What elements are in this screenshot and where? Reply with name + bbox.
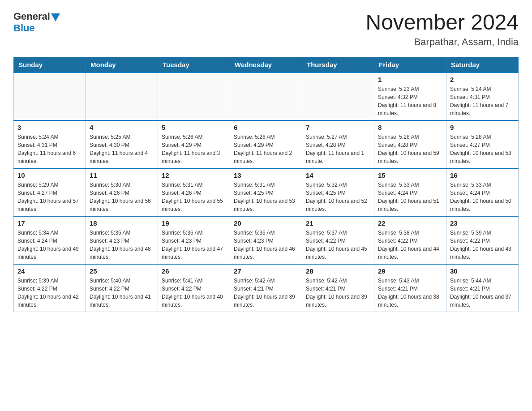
day-number: 2 (450, 76, 515, 83)
calendar-cell: 7Sunrise: 5:27 AMSunset: 4:28 PMDaylight… (302, 120, 374, 168)
logo: General Blue (13, 11, 60, 34)
day-info: Sunrise: 5:30 AMSunset: 4:26 PMDaylight:… (90, 181, 154, 213)
page-header: General Blue November 2024 Barpathar, As… (13, 11, 519, 48)
calendar-week-row: 3Sunrise: 5:24 AMSunset: 4:31 PMDaylight… (14, 120, 519, 168)
calendar-cell: 1Sunrise: 5:23 AMSunset: 4:32 PMDaylight… (374, 73, 446, 120)
day-number: 12 (162, 171, 226, 179)
day-info: Sunrise: 5:42 AMSunset: 4:21 PMDaylight:… (234, 277, 298, 309)
calendar-cell: 9Sunrise: 5:28 AMSunset: 4:27 PMDaylight… (446, 120, 519, 168)
day-header-tuesday: Tuesday (158, 57, 230, 73)
day-number: 24 (17, 267, 82, 275)
day-number: 26 (162, 267, 226, 275)
day-info: Sunrise: 5:28 AMSunset: 4:27 PMDaylight:… (450, 133, 515, 165)
day-number: 21 (306, 219, 370, 227)
calendar-cell: 29Sunrise: 5:43 AMSunset: 4:21 PMDayligh… (374, 264, 446, 312)
calendar-cell: 3Sunrise: 5:24 AMSunset: 4:31 PMDaylight… (14, 120, 86, 168)
day-info: Sunrise: 5:36 AMSunset: 4:23 PMDaylight:… (234, 229, 298, 261)
title-block: November 2024 Barpathar, Assam, India (365, 11, 519, 48)
day-header-sunday: Sunday (14, 57, 86, 73)
day-info: Sunrise: 5:26 AMSunset: 4:29 PMDaylight:… (234, 133, 298, 165)
day-number: 13 (234, 171, 298, 179)
calendar-header-row: SundayMondayTuesdayWednesdayThursdayFrid… (14, 57, 519, 73)
day-info: Sunrise: 5:26 AMSunset: 4:29 PMDaylight:… (162, 133, 226, 165)
day-number: 15 (378, 171, 442, 179)
calendar-table: SundayMondayTuesdayWednesdayThursdayFrid… (13, 57, 519, 312)
day-info: Sunrise: 5:31 AMSunset: 4:26 PMDaylight:… (162, 181, 226, 213)
day-number: 20 (234, 219, 298, 227)
day-number: 17 (17, 219, 82, 227)
day-number: 5 (162, 124, 226, 131)
day-info: Sunrise: 5:44 AMSunset: 4:21 PMDaylight:… (450, 277, 515, 309)
day-number: 4 (90, 124, 154, 131)
day-info: Sunrise: 5:31 AMSunset: 4:25 PMDaylight:… (234, 181, 298, 213)
day-number: 3 (17, 124, 82, 131)
calendar-cell: 27Sunrise: 5:42 AMSunset: 4:21 PMDayligh… (230, 264, 302, 312)
calendar-cell: 30Sunrise: 5:44 AMSunset: 4:21 PMDayligh… (446, 264, 519, 312)
day-number: 6 (234, 124, 298, 131)
day-number: 29 (378, 267, 442, 275)
day-info: Sunrise: 5:34 AMSunset: 4:24 PMDaylight:… (17, 229, 82, 261)
calendar-cell: 23Sunrise: 5:39 AMSunset: 4:22 PMDayligh… (446, 216, 519, 264)
day-info: Sunrise: 5:35 AMSunset: 4:23 PMDaylight:… (90, 229, 154, 261)
day-number: 22 (378, 219, 442, 227)
day-number: 1 (378, 76, 442, 83)
calendar-cell: 22Sunrise: 5:38 AMSunset: 4:22 PMDayligh… (374, 216, 446, 264)
calendar-cell: 25Sunrise: 5:40 AMSunset: 4:22 PMDayligh… (86, 264, 158, 312)
day-info: Sunrise: 5:24 AMSunset: 4:31 PMDaylight:… (450, 85, 515, 117)
calendar-cell: 4Sunrise: 5:25 AMSunset: 4:30 PMDaylight… (86, 120, 158, 168)
calendar-week-row: 10Sunrise: 5:29 AMSunset: 4:27 PMDayligh… (14, 168, 519, 216)
day-number: 23 (450, 219, 515, 227)
calendar-subtitle: Barpathar, Assam, India (365, 36, 519, 48)
calendar-cell: 8Sunrise: 5:28 AMSunset: 4:28 PMDaylight… (374, 120, 446, 168)
calendar-title: November 2024 (365, 11, 519, 34)
day-info: Sunrise: 5:24 AMSunset: 4:31 PMDaylight:… (17, 133, 82, 165)
calendar-week-row: 24Sunrise: 5:39 AMSunset: 4:22 PMDayligh… (14, 264, 519, 312)
calendar-cell: 6Sunrise: 5:26 AMSunset: 4:29 PMDaylight… (230, 120, 302, 168)
day-info: Sunrise: 5:36 AMSunset: 4:23 PMDaylight:… (162, 229, 226, 261)
calendar-cell: 14Sunrise: 5:32 AMSunset: 4:25 PMDayligh… (302, 168, 374, 216)
logo-blue-text: Blue (13, 22, 35, 34)
calendar-cell: 10Sunrise: 5:29 AMSunset: 4:27 PMDayligh… (14, 168, 86, 216)
calendar-cell: 26Sunrise: 5:41 AMSunset: 4:22 PMDayligh… (158, 264, 230, 312)
calendar-cell: 15Sunrise: 5:33 AMSunset: 4:24 PMDayligh… (374, 168, 446, 216)
day-info: Sunrise: 5:25 AMSunset: 4:30 PMDaylight:… (90, 133, 154, 165)
day-info: Sunrise: 5:38 AMSunset: 4:22 PMDaylight:… (378, 229, 442, 261)
calendar-week-row: 17Sunrise: 5:34 AMSunset: 4:24 PMDayligh… (14, 216, 519, 264)
day-info: Sunrise: 5:43 AMSunset: 4:21 PMDaylight:… (378, 277, 442, 309)
day-number: 18 (90, 219, 154, 227)
calendar-cell (86, 73, 158, 120)
day-info: Sunrise: 5:37 AMSunset: 4:22 PMDaylight:… (306, 229, 370, 261)
day-header-friday: Friday (374, 57, 446, 73)
calendar-cell: 21Sunrise: 5:37 AMSunset: 4:22 PMDayligh… (302, 216, 374, 264)
day-number: 14 (306, 171, 370, 179)
calendar-cell: 18Sunrise: 5:35 AMSunset: 4:23 PMDayligh… (86, 216, 158, 264)
day-header-thursday: Thursday (302, 57, 374, 73)
day-number: 28 (306, 267, 370, 275)
day-info: Sunrise: 5:28 AMSunset: 4:28 PMDaylight:… (378, 133, 442, 165)
day-info: Sunrise: 5:32 AMSunset: 4:25 PMDaylight:… (306, 181, 370, 213)
day-info: Sunrise: 5:40 AMSunset: 4:22 PMDaylight:… (90, 277, 154, 309)
calendar-cell (302, 73, 374, 120)
day-info: Sunrise: 5:33 AMSunset: 4:24 PMDaylight:… (450, 181, 515, 213)
calendar-cell: 2Sunrise: 5:24 AMSunset: 4:31 PMDaylight… (446, 73, 519, 120)
day-info: Sunrise: 5:39 AMSunset: 4:22 PMDaylight:… (17, 277, 82, 309)
day-number: 10 (17, 171, 82, 179)
calendar-cell (230, 73, 302, 120)
day-number: 11 (90, 171, 154, 179)
calendar-cell: 20Sunrise: 5:36 AMSunset: 4:23 PMDayligh… (230, 216, 302, 264)
day-info: Sunrise: 5:39 AMSunset: 4:22 PMDaylight:… (450, 229, 515, 261)
calendar-cell (14, 73, 86, 120)
day-number: 30 (450, 267, 515, 275)
calendar-cell: 17Sunrise: 5:34 AMSunset: 4:24 PMDayligh… (14, 216, 86, 264)
day-info: Sunrise: 5:33 AMSunset: 4:24 PMDaylight:… (378, 181, 442, 213)
day-number: 27 (234, 267, 298, 275)
day-number: 16 (450, 171, 515, 179)
day-header-monday: Monday (86, 57, 158, 73)
day-info: Sunrise: 5:29 AMSunset: 4:27 PMDaylight:… (17, 181, 82, 213)
calendar-cell: 13Sunrise: 5:31 AMSunset: 4:25 PMDayligh… (230, 168, 302, 216)
day-header-saturday: Saturday (446, 57, 519, 73)
day-info: Sunrise: 5:41 AMSunset: 4:22 PMDaylight:… (162, 277, 226, 309)
day-number: 9 (450, 124, 515, 131)
calendar-cell: 12Sunrise: 5:31 AMSunset: 4:26 PMDayligh… (158, 168, 230, 216)
calendar-week-row: 1Sunrise: 5:23 AMSunset: 4:32 PMDaylight… (14, 73, 519, 120)
